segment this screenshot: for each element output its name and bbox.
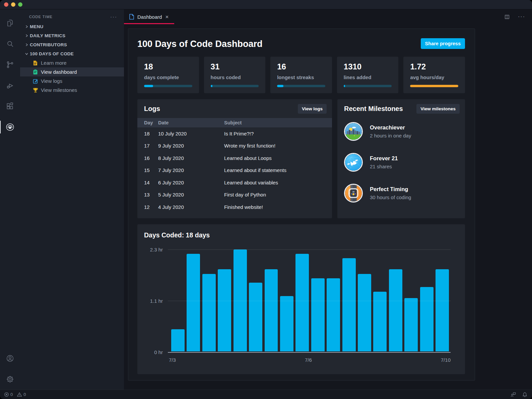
error-count: 0 — [10, 392, 13, 397]
chart-x-tick-label: 7/10 — [441, 357, 451, 363]
sidebar-item-label: View milestones — [41, 87, 77, 93]
stat-card: 1310 lines added — [337, 57, 399, 93]
milestone-description: 21 shares — [370, 164, 398, 169]
sidebar-section[interactable]: 100 DAYS OF CODE — [20, 49, 124, 58]
sidebar-item-view-milestones[interactable]: View milestones — [20, 86, 124, 95]
tab-close-icon[interactable]: × — [165, 14, 169, 20]
log-date: 9 July 2020 — [158, 140, 224, 152]
logs-title: Logs — [144, 105, 160, 113]
chart-bar — [234, 249, 247, 351]
chart-x-tick-label: 7/6 — [305, 357, 312, 363]
log-subject: First day of Python — [224, 189, 332, 201]
twitter-shares-icon — [345, 154, 362, 171]
tab-dashboard[interactable]: Dashboard × — [124, 9, 174, 24]
log-day: 13 — [137, 189, 158, 201]
chart-bar — [171, 329, 185, 351]
file-icon — [129, 14, 134, 20]
extensions-activity-button[interactable] — [0, 96, 20, 117]
sidebar-item-icon — [32, 60, 38, 66]
log-day: 17 — [137, 140, 158, 152]
search-icon — [6, 40, 14, 48]
source-control-activity-button[interactable] — [0, 54, 20, 75]
column-day: Day — [137, 118, 158, 127]
sidebar-item-view-logs[interactable]: View logs — [20, 76, 124, 86]
sidebar-more-actions-icon[interactable]: ··· — [110, 15, 117, 18]
close-window-button[interactable] — [4, 2, 8, 7]
log-table-row: 14 6 July 2020 Learned about variables — [137, 176, 332, 189]
log-subject: Learned about if statements — [224, 164, 332, 177]
log-date: 4 July 2020 — [158, 201, 224, 213]
stat-progress-track — [277, 85, 325, 87]
sidebar: CODE TIME ··· MENU DAILY METRICS — [20, 9, 124, 390]
run-debug-activity-button[interactable] — [0, 75, 20, 96]
log-date: 7 July 2020 — [158, 164, 224, 177]
sidebar-item-label: Learn more — [41, 60, 67, 66]
stat-progress-fill — [144, 85, 153, 87]
activity-bar — [0, 9, 20, 390]
stat-progress-track — [211, 85, 259, 87]
milestone-name: Overachiever — [370, 124, 411, 131]
explorer-activity-button[interactable] — [0, 13, 20, 34]
split-editor-icon[interactable] — [504, 14, 510, 20]
sidebar-item-label: View dashboard — [41, 69, 77, 75]
log-table-row: 13 5 July 2020 First day of Python — [137, 189, 332, 201]
sidebar-section-label: MENU — [30, 24, 44, 29]
sidebar-item-label: View logs — [41, 78, 62, 84]
chart-bar — [358, 274, 371, 351]
chart-gridline — [168, 352, 451, 353]
search-activity-button[interactable] — [0, 34, 20, 54]
chevron-right-icon — [24, 24, 29, 30]
problems-warnings[interactable]: 0 — [17, 392, 26, 397]
stat-progress-fill — [211, 85, 213, 87]
feedback-icon[interactable] — [510, 392, 516, 397]
milestone-item: Overachiever 2 hours in one day — [337, 122, 465, 141]
view-logs-button[interactable]: View logs — [298, 104, 327, 114]
account-button[interactable] — [0, 348, 20, 369]
settings-gear-icon — [6, 375, 14, 384]
stat-label: lines added — [344, 74, 392, 80]
trophy-icon — [33, 88, 38, 93]
minimize-window-button[interactable] — [11, 2, 15, 7]
code-time-activity-button[interactable] — [0, 117, 20, 137]
share-progress-button[interactable]: Share progress — [421, 38, 465, 49]
chart-bar — [436, 269, 449, 351]
title-bar — [0, 0, 532, 9]
warning-icon — [17, 392, 22, 397]
chart-bar — [420, 287, 434, 351]
settings-button[interactable] — [0, 369, 20, 390]
chart-card: Days Coded: 18 days 2.3 hr1.1 hr0 hr 7/3… — [137, 224, 465, 374]
sidebar-section[interactable]: CONTRIBUTORS — [20, 40, 124, 49]
sidebar-item-icon — [32, 78, 38, 84]
sidebar-section[interactable]: DAILY METRICS — [20, 31, 124, 40]
more-actions-icon[interactable]: ··· — [518, 15, 525, 18]
dashboard-icon — [33, 69, 38, 75]
milestone-item: Forever 21 21 shares — [337, 153, 465, 172]
chart-bar — [265, 269, 278, 351]
chart-bar — [389, 269, 402, 351]
warning-count: 0 — [23, 392, 26, 397]
zoom-window-button[interactable] — [18, 2, 22, 7]
stat-value: 31 — [211, 62, 259, 71]
log-day: 15 — [137, 164, 158, 177]
sidebar-item-icon — [32, 87, 38, 93]
smartwatch-icon: 30 — [345, 185, 362, 202]
log-date: 8 July 2020 — [158, 152, 224, 164]
chart-bar — [311, 278, 325, 351]
extensions-icon — [6, 102, 14, 111]
problems-errors[interactable]: 0 — [4, 392, 13, 397]
milestone-icon — [344, 153, 363, 172]
milestone-name: Forever 21 — [370, 155, 398, 162]
milestone-icon — [344, 122, 363, 141]
status-bar: 0 0 — [0, 390, 532, 399]
stat-label: avg hours/day — [410, 74, 458, 80]
sidebar-section-label: DAILY METRICS — [30, 33, 65, 38]
notifications-bell-icon[interactable] — [522, 392, 527, 397]
sidebar-item-view-dashboard[interactable]: View dashboard — [20, 67, 124, 76]
sidebar-section[interactable]: MENU — [20, 22, 124, 31]
sidebar-item-learn-more[interactable]: Learn more — [20, 58, 124, 67]
view-milestones-button[interactable]: View milestones — [416, 104, 460, 114]
source-control-icon — [6, 60, 14, 69]
sidebar-section-label: CONTRIBUTORS — [30, 42, 67, 47]
log-date: 5 July 2020 — [158, 189, 224, 201]
log-day: 18 — [137, 127, 158, 140]
